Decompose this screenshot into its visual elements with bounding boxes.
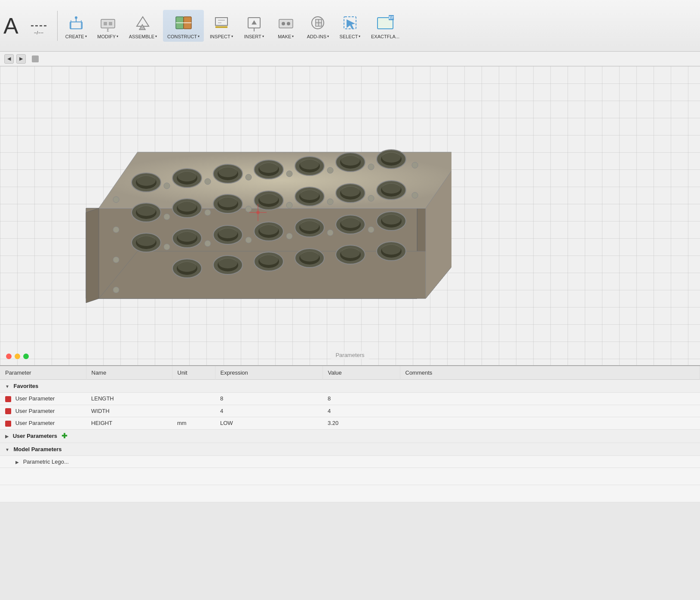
section-favorites[interactable]: ▼ Favorites <box>0 380 700 393</box>
user-parameters-label[interactable]: ▶ User Parameters ✚ <box>0 429 700 443</box>
svg-point-75 <box>259 194 278 204</box>
toolbar: A −/−− CREATE ▾ <box>0 0 700 52</box>
parametric-lego-label[interactable]: ▶ Parametric Lego... <box>0 456 700 468</box>
params-table: Parameter Name Unit Expression Value Com… <box>0 366 700 502</box>
svg-text:−/−−: −/−− <box>34 30 43 35</box>
insert-icon <box>244 12 264 33</box>
minimize-dot[interactable] <box>15 354 20 359</box>
model-parameters-chevron: ▼ <box>5 447 9 452</box>
svg-point-137 <box>205 240 211 246</box>
param-expression-width[interactable]: 4 <box>215 405 322 417</box>
col-header-value: Value <box>322 366 400 380</box>
param-value-width: 4 <box>322 405 400 417</box>
toolbar-add-ins[interactable]: ADD-INS ▾ <box>303 10 333 42</box>
assemble-label: ASSEMBLE ▾ <box>129 34 157 39</box>
svg-point-72 <box>218 197 237 207</box>
param-name-height[interactable]: HEIGHT <box>86 417 172 430</box>
toolbar-construct[interactable]: CONSTRUCT ▾ <box>163 10 204 42</box>
svg-rect-23 <box>279 19 293 28</box>
favorites-label[interactable]: ▼ Favorites <box>0 380 700 393</box>
svg-marker-40 <box>86 208 99 303</box>
select-icon <box>340 12 360 33</box>
separator-1 <box>57 11 58 41</box>
svg-point-4 <box>75 16 77 19</box>
svg-point-45 <box>137 175 156 186</box>
sketch-tool[interactable]: −/−− <box>24 13 54 39</box>
home-icon <box>32 55 39 62</box>
exactflat-label: EXACTFLA... <box>371 34 399 39</box>
inspect-icon <box>211 12 232 33</box>
app-logo: A <box>3 15 18 37</box>
svg-point-25 <box>287 22 290 25</box>
toolbar-make[interactable]: MAKE ▾ <box>271 10 301 42</box>
svg-point-140 <box>327 230 333 236</box>
sketch-icon: −/−− <box>28 15 49 36</box>
svg-point-63 <box>382 152 401 163</box>
param-comments-width[interactable] <box>400 405 700 417</box>
svg-point-125 <box>205 178 211 185</box>
svg-point-123 <box>382 244 401 255</box>
svg-point-114 <box>259 255 278 265</box>
param-icon <box>5 421 11 427</box>
param-name-width[interactable]: WIDTH <box>86 405 172 417</box>
breadcrumb-bar: ◀ ▶ <box>0 52 700 66</box>
toolbar-exactflat[interactable]: EF EXACTFLA... <box>367 10 404 42</box>
toolbar-create[interactable]: CREATE ▾ <box>61 10 91 42</box>
param-name-length[interactable]: LENGTH <box>86 393 172 405</box>
svg-point-128 <box>327 167 333 173</box>
forward-button[interactable]: ▶ <box>16 54 26 64</box>
param-comments-height[interactable] <box>400 417 700 430</box>
svg-point-141 <box>368 227 374 233</box>
param-unit-length <box>172 393 215 405</box>
section-user-parameters[interactable]: ▶ User Parameters ✚ <box>0 429 700 443</box>
param-expression-length[interactable]: 8 <box>215 393 322 405</box>
param-type-height: User Parameter <box>0 417 86 430</box>
toolbar-assemble[interactable]: ASSEMBLE ▾ <box>125 10 161 42</box>
svg-point-93 <box>218 228 237 238</box>
section-model-parameters[interactable]: ▼ Model Parameters <box>0 443 700 456</box>
svg-point-102 <box>341 218 360 228</box>
toolbar-inspect[interactable]: INSPECT ▾ <box>206 10 237 42</box>
back-button[interactable]: ◀ <box>4 54 14 64</box>
exactflat-icon: EF <box>375 12 396 33</box>
toolbar-select[interactable]: SELECT ▾ <box>335 10 365 42</box>
create-icon <box>66 12 86 33</box>
svg-marker-21 <box>252 20 257 25</box>
svg-point-135 <box>368 195 374 201</box>
col-header-parameter: Parameter <box>0 366 86 380</box>
toolbar-insert[interactable]: INSERT ▾ <box>239 10 269 42</box>
param-type-length: User Parameter <box>0 393 86 405</box>
favorites-chevron: ▼ <box>5 384 9 389</box>
add-ins-icon <box>307 12 328 33</box>
param-icon <box>5 396 11 402</box>
table-row: User Parameter LENGTH 8 8 <box>0 393 700 405</box>
param-comments-length[interactable] <box>400 393 700 405</box>
svg-point-99 <box>300 221 319 231</box>
svg-point-111 <box>218 258 237 268</box>
modify-label: MODIFY ▾ <box>97 34 118 39</box>
add-user-parameter-icon[interactable]: ✚ <box>61 433 68 440</box>
param-expression-height[interactable]: LOW <box>215 417 322 430</box>
svg-point-143 <box>113 227 119 233</box>
empty-row <box>0 468 700 485</box>
maximize-dot[interactable] <box>23 354 29 359</box>
add-ins-label: ADD-INS ▾ <box>307 34 329 39</box>
svg-point-134 <box>327 199 333 205</box>
table-row[interactable]: ▶ Parametric Lego... <box>0 456 700 468</box>
svg-point-142 <box>113 197 119 203</box>
model-parameters-label[interactable]: ▼ Model Parameters <box>0 443 700 456</box>
close-dot[interactable] <box>6 354 12 359</box>
svg-marker-12 <box>139 25 145 30</box>
svg-point-84 <box>382 183 401 194</box>
param-value-length: 8 <box>322 393 400 405</box>
toolbar-modify[interactable]: Σ MODIFY ▾ <box>93 10 123 42</box>
svg-text:Σ: Σ <box>107 28 109 32</box>
svg-marker-17 <box>215 18 227 25</box>
col-header-unit: Unit <box>172 366 215 380</box>
svg-text:EF: EF <box>389 15 394 20</box>
svg-point-120 <box>341 248 360 258</box>
param-type-width: User Parameter <box>0 405 86 417</box>
assemble-icon <box>132 12 153 33</box>
svg-point-127 <box>286 171 292 177</box>
svg-point-132 <box>246 206 252 212</box>
